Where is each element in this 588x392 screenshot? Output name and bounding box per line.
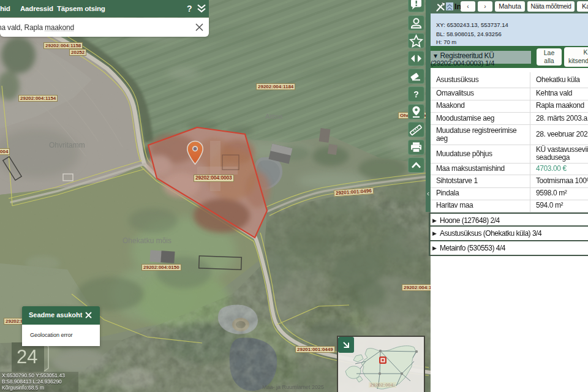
svg-text:?: ?	[413, 89, 419, 99]
